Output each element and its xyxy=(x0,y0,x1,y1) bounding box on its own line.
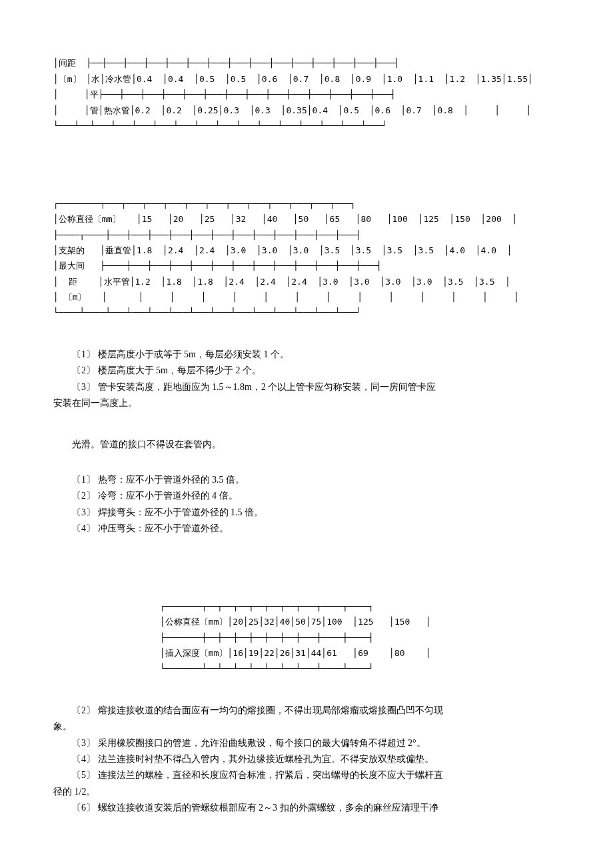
note-2-5: 〔5〕 连接法兰的螺栓，直径和长度应符合标准，拧紧后，突出螺母的长度不应大于螺杆… xyxy=(53,768,560,783)
note-2-3: 〔3〕 采用橡胶圈接口的管道，允许沿曲线敷设，每个接口的最大偏转角不得超过 2°… xyxy=(53,736,560,751)
bend-3: 〔3〕 焊接弯头：应不小于管道外径的 1.5 倍。 xyxy=(53,505,560,520)
bend-2: 〔2〕 冷弯：应不小于管道外径的 4 倍。 xyxy=(53,489,560,503)
note-1-3b: 安装在同一高度上。 xyxy=(53,396,560,411)
t3-header: │公称直径〔mm〕│20│25│32│40│50│75│100 │125 │15… xyxy=(160,617,431,627)
t3-top: ┌───────┬──┬──┬──┬──┬──┬──┬───┬────┬────… xyxy=(160,601,374,611)
note-1-2: 〔2〕 楼层高度大于 5m，每层不得少于 2 个。 xyxy=(53,363,560,378)
t2-r3: │ 距 │水平管│1.2 │1.8 │1.8 │2.4 │2.4 │2.4 │3… xyxy=(53,277,510,287)
t1-r2: │〔m〕 │水│冷水管│0.4 │0.4 │0.5 │0.5 │0.6 │0.7… xyxy=(53,74,533,84)
t1-bottom: └───┴──┴───┴───┴───┴───┴───┴───┴───┴───┴… xyxy=(53,121,387,131)
note-2-2: 〔2〕 熔接连接收道的结合面应有一均匀的熔接圈，不得出现局部熔瘤或熔接圈凸凹不匀… xyxy=(53,703,560,718)
t1-r1: │间距 ├──┼───┼───┼───┼───┼───┼───┼───┼───┼… xyxy=(53,58,399,68)
note-1-3: 〔3〕 管卡安装高度，距地面应为 1.5～1.8m，2 个以上管卡应匀称安装，同… xyxy=(53,380,560,395)
notes-block-1: 〔1〕 楼层高度小于或等于 5m，每层必须安装 1 个。 〔2〕 楼层高度大于 … xyxy=(53,347,560,411)
t2-top: ┌────────┬───┬───┬───┬───┬───┬───┬───┬──… xyxy=(53,199,356,209)
table-3-insert-depth: ┌───────┬──┬──┬──┬──┬──┬──┬───┬────┬────… xyxy=(160,583,560,676)
t3-bottom: └───────┴──┴──┴──┴──┴──┴──┴───┴────┴────… xyxy=(160,663,374,673)
t2-header: │公称直径〔mm〕 │15 │20 │25 │32 │40 │50 │65 │8… xyxy=(53,214,517,224)
section-smooth-p1: 光滑。管道的接口不得设在套管内。 xyxy=(53,437,560,452)
bend-notes: 〔1〕 热弯：应不小于管道外径的 3.5 倍。 〔2〕 冷弯：应不小于管道外径的… xyxy=(53,473,560,537)
t3-row1: │插入深度〔mm〕│16│19│22│26│31│44│61 │69 │80 │ xyxy=(160,648,431,658)
note-2-6: 〔6〕 螺纹连接收道安装后的管螺纹根部应有 2～3 扣的外露螺纹，多余的麻丝应清… xyxy=(53,801,560,815)
note-2-4: 〔4〕 法兰连接时衬垫不得凸入管内，其外边缘接近螺栓孔为宜。不得安放双垫或偏垫。 xyxy=(53,752,560,767)
table-1-spacing: │间距 ├──┼───┼───┼───┼───┼───┼───┼───┼───┼… xyxy=(53,40,560,133)
note-1-1: 〔1〕 楼层高度小于或等于 5m，每层必须安装 1 个。 xyxy=(53,347,560,362)
t2-r1: │支架的 │垂直管│1.8 │2.4 │2.4 │3.0 │3.0 │3.0 │… xyxy=(53,245,512,255)
table-2-support-spacing: ┌────────┬───┬───┬───┬───┬───┬───┬───┬──… xyxy=(53,180,560,321)
section-smooth: 光滑。管道的接口不得设在套管内。 xyxy=(53,437,560,452)
t2-r2: │最大间 ├────┼───┼───┼───┼───┼───┼───┼───┼─… xyxy=(53,261,382,271)
note-2-2b: 象。 xyxy=(53,719,560,734)
note-2-5b: 径的 1/2。 xyxy=(53,785,560,799)
t2-div1: ├────┬────┼───┼───┼───┼───┼───┼───┼───┼─… xyxy=(53,230,361,240)
t2-r4: │ 〔m〕 │ │ │ │ │ │ │ │ │ │ │ │ │ │ xyxy=(53,292,519,302)
bend-1: 〔1〕 热弯：应不小于管道外径的 3.5 倍。 xyxy=(53,473,560,487)
bend-4: 〔4〕 冲压弯头：应不小于管道外径。 xyxy=(53,521,560,536)
t3-div: ├───────┼──┼──┼──┼──┼──┼──┼───┼────┼────… xyxy=(160,633,374,643)
notes-block-2: 〔2〕 熔接连接收道的结合面应有一均匀的熔接圈，不得出现局部熔瘤或熔接圈凸凹不匀… xyxy=(53,703,560,816)
t2-bottom: └────┴────┴───┴───┴───┴───┴───┴───┴───┴─… xyxy=(53,307,361,317)
t1-r4: │ │管│热水管│0.2 │0.2 │0.25│0.3 │0.3 │0.35│0… xyxy=(53,105,531,115)
t1-r3: │ │平├───┼───┼───┼───┼───┼───┼───┼───┼───… xyxy=(53,89,396,99)
